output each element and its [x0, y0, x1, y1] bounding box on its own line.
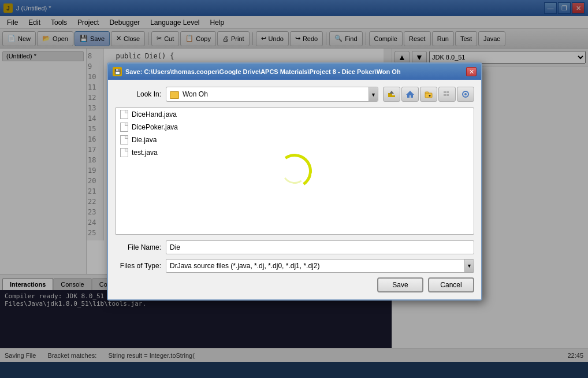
folder-select-wrapper[interactable]: Won Oh ▼ — [166, 87, 378, 102]
nav-btn-list[interactable] — [438, 87, 456, 102]
dialog-title: Save: C:\Users\thomas.cooper\Google Driv… — [125, 68, 466, 75]
dialog-cancel-label: Cancel — [440, 281, 462, 289]
files-of-type-row: Files of Type: DrJava source files (*.ja… — [115, 259, 474, 273]
dialog-body: Look In: Won Oh ▼ — [108, 80, 481, 299]
svg-rect-9 — [446, 91, 449, 93]
file-item-0[interactable]: DiceHand.java — [116, 108, 474, 121]
file-name-1: DicePoker.java — [132, 123, 178, 131]
files-of-type-arrow[interactable]: ▼ — [464, 259, 474, 273]
dialog-save-button[interactable]: Save — [377, 277, 423, 292]
file-name-label: File Name: — [115, 243, 161, 251]
folder-select-arrow[interactable]: ▼ — [369, 87, 378, 102]
dialog-cancel-button[interactable]: Cancel — [428, 277, 474, 292]
svg-point-13 — [464, 93, 467, 95]
dialog-icon: 💾 — [113, 67, 122, 76]
files-of-type-select[interactable]: DrJava source files (*.java, *.dj, *.dj0… — [166, 259, 474, 273]
folder-name: Won Oh — [183, 90, 208, 98]
nav-btn-new-folder[interactable] — [420, 87, 437, 102]
svg-rect-11 — [446, 94, 449, 96]
look-in-row: Look In: Won Oh ▼ — [115, 87, 474, 102]
folder-select-text: Won Oh — [166, 87, 369, 101]
folder-nav-buttons — [383, 87, 474, 102]
look-in-label: Look In: — [115, 90, 161, 98]
file-icon-1 — [120, 123, 128, 132]
svg-rect-10 — [444, 94, 446, 96]
svg-marker-3 — [406, 91, 414, 98]
nav-btn-details[interactable] — [457, 87, 474, 102]
file-icon-3 — [120, 148, 128, 157]
file-item-2[interactable]: Die.java — [116, 134, 474, 146]
file-name-3: test.java — [132, 149, 158, 157]
save-dialog: 💾 Save: C:\Users\thomas.cooper\Google Dr… — [107, 62, 482, 301]
file-name-0: DiceHand.java — [132, 110, 177, 118]
dialog-overlay: 💾 Save: C:\Users\thomas.cooper\Google Dr… — [0, 0, 588, 378]
svg-marker-2 — [389, 91, 394, 94]
nav-btn-up[interactable] — [383, 87, 400, 102]
file-icon-0 — [120, 110, 128, 119]
file-icon-2 — [120, 135, 128, 144]
svg-rect-5 — [425, 92, 429, 94]
file-name-input[interactable] — [166, 240, 474, 254]
file-item-1[interactable]: DicePoker.java — [116, 121, 474, 134]
dialog-close-button[interactable]: ✕ — [466, 67, 477, 76]
nav-btn-home[interactable] — [401, 87, 419, 102]
dialog-save-label: Save — [392, 281, 408, 289]
file-item-3[interactable]: test.java — [116, 146, 474, 159]
file-name-row: File Name: — [115, 240, 474, 254]
svg-rect-0 — [388, 95, 395, 97]
files-of-type-label: Files of Type: — [115, 262, 161, 270]
file-name-2: Die.java — [132, 136, 157, 144]
file-list-area[interactable]: DiceHand.java DicePoker.java Die.java te… — [115, 108, 474, 235]
svg-rect-8 — [444, 91, 446, 93]
dialog-title-bar: 💾 Save: C:\Users\thomas.cooper\Google Dr… — [108, 64, 481, 80]
dialog-buttons: Save Cancel — [115, 277, 474, 292]
files-of-type-value: DrJava source files (*.java, *.dj, *.dj0… — [166, 262, 464, 270]
